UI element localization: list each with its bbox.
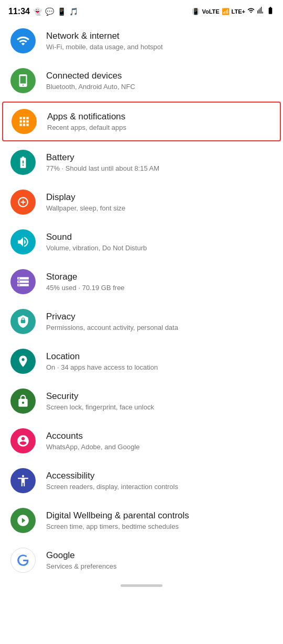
- display-text: Display Wallpaper, sleep, font size: [46, 192, 273, 213]
- vibrate-icon: 📳: [192, 8, 200, 15]
- connected-devices-subtitle: Bluetooth, Android Auto, NFC: [46, 83, 273, 92]
- digital-wellbeing-text: Digital Wellbeing & parental controls Sc…: [46, 510, 273, 531]
- google-subtitle: Services & preferences: [46, 562, 273, 571]
- location-icon: [16, 354, 30, 368]
- accounts-icon: [16, 434, 30, 448]
- apps-notifications-subtitle: Recent apps, default apps: [47, 124, 271, 132]
- settings-item-accessibility[interactable]: Accessibility Screen readers, display, i…: [0, 461, 283, 501]
- accounts-subtitle: WhatsApp, Adobe, and Google: [46, 443, 273, 452]
- sound-subtitle: Volume, vibration, Do Not Disturb: [46, 244, 273, 253]
- signal-bar2-icon: [257, 7, 264, 16]
- sound-icon-bg: [10, 229, 36, 254]
- settings-item-apps-notifications[interactable]: Apps & notifications Recent apps, defaul…: [2, 102, 281, 141]
- display-icon-bg: [10, 190, 36, 215]
- network-subtitle: Wi-Fi, mobile, data usage, and hotspot: [46, 43, 273, 52]
- digital-wellbeing-subtitle: Screen time, app timers, bedtime schedul…: [46, 523, 273, 531]
- display-subtitle: Wallpaper, sleep, font size: [46, 204, 273, 213]
- sound-title: Sound: [46, 231, 273, 243]
- display-title: Display: [46, 192, 273, 203]
- privacy-text: Privacy Permissions, account activity, p…: [46, 311, 273, 332]
- settings-item-security[interactable]: Security Screen lock, fingerprint, face …: [0, 381, 283, 421]
- snapchat-icon: 👻: [33, 7, 42, 16]
- sound-icon: [16, 235, 30, 249]
- google-text: Google Services & preferences: [46, 550, 273, 571]
- apps-notifications-title: Apps & notifications: [47, 111, 271, 123]
- accessibility-subtitle: Screen readers, display, interaction con…: [46, 483, 273, 492]
- location-text: Location On · 34 apps have access to loc…: [46, 351, 273, 372]
- security-title: Security: [46, 391, 273, 402]
- storage-text: Storage 45% used · 70.19 GB free: [46, 271, 273, 293]
- connected-devices-text: Connected devices Bluetooth, Android Aut…: [46, 70, 273, 92]
- status-right-icons: 📳 VoLTE 📶 LTE+: [192, 6, 275, 17]
- settings-item-network[interactable]: Network & internet Wi-Fi, mobile, data u…: [0, 21, 283, 61]
- digital-wellbeing-title: Digital Wellbeing & parental controls: [46, 510, 273, 521]
- shazam-icon: 🎵: [69, 7, 78, 16]
- battery-subtitle: 77% · Should last until about 8:15 AM: [46, 164, 273, 173]
- lte-icon: LTE+: [232, 8, 245, 15]
- scroll-indicator: [0, 580, 283, 589]
- wellbeing-icon: [16, 514, 30, 527]
- privacy-icon-bg: [10, 309, 36, 334]
- security-text: Security Screen lock, fingerprint, face …: [46, 391, 273, 412]
- settings-item-sound[interactable]: Sound Volume, vibration, Do Not Disturb: [0, 222, 283, 262]
- battery-icon: [16, 156, 30, 169]
- accessibility-title: Accessibility: [46, 470, 273, 482]
- accessibility-text: Accessibility Screen readers, display, i…: [46, 470, 273, 492]
- accounts-title: Accounts: [46, 430, 273, 442]
- settings-list: Network & internet Wi-Fi, mobile, data u…: [0, 21, 283, 580]
- network-text: Network & internet Wi-Fi, mobile, data u…: [46, 30, 273, 52]
- privacy-icon: [16, 315, 30, 328]
- accessibility-icon: [16, 474, 30, 487]
- settings-item-location[interactable]: Location On · 34 apps have access to loc…: [0, 341, 283, 381]
- accessibility-icon-bg: [10, 468, 36, 493]
- settings-item-battery[interactable]: Battery 77% · Should last until about 8:…: [0, 142, 283, 182]
- status-left: 11:34 👻 💬 📱 🎵: [8, 7, 78, 16]
- connected-devices-title: Connected devices: [46, 70, 273, 82]
- google-icon: [16, 553, 30, 567]
- network-icon-bg: [10, 28, 36, 53]
- status-bar: 11:34 👻 💬 📱 🎵 📳 VoLTE 📶 LTE+: [0, 0, 283, 21]
- accounts-icon-bg: [10, 428, 36, 453]
- signal-icon: VoLTE: [202, 8, 219, 15]
- storage-subtitle: 45% used · 70.19 GB free: [46, 284, 273, 293]
- phone-icon: 📱: [57, 7, 66, 16]
- location-icon-bg: [10, 349, 36, 374]
- settings-item-connected-devices[interactable]: Connected devices Bluetooth, Android Aut…: [0, 61, 283, 101]
- status-time: 11:34: [8, 7, 30, 16]
- security-icon: [16, 394, 30, 408]
- battery-title: Battery: [46, 152, 273, 163]
- google-title: Google: [46, 550, 273, 561]
- google-icon-bg: [10, 548, 36, 573]
- settings-item-display[interactable]: Display Wallpaper, sleep, font size: [0, 182, 283, 222]
- scroll-bar: [121, 584, 162, 587]
- wifi-signal-icon: 📶: [222, 8, 230, 15]
- storage-icon: [16, 275, 30, 288]
- settings-item-storage[interactable]: Storage 45% used · 70.19 GB free: [0, 262, 283, 302]
- security-icon-bg: [10, 388, 36, 414]
- display-icon: [16, 195, 30, 209]
- storage-icon-bg: [10, 269, 36, 294]
- digital-wellbeing-icon-bg: [10, 508, 36, 533]
- settings-item-privacy[interactable]: Privacy Permissions, account activity, p…: [0, 302, 283, 341]
- apps-notifications-text: Apps & notifications Recent apps, defaul…: [47, 111, 271, 132]
- apps-icon: [17, 115, 31, 128]
- privacy-title: Privacy: [46, 311, 273, 323]
- settings-item-digital-wellbeing[interactable]: Digital Wellbeing & parental controls Sc…: [0, 501, 283, 540]
- signal-bar1-icon: [247, 7, 255, 16]
- settings-item-google[interactable]: Google Services & preferences: [0, 540, 283, 580]
- battery-icon-bg: [10, 150, 36, 175]
- settings-item-accounts[interactable]: Accounts WhatsApp, Adobe, and Google: [0, 421, 283, 461]
- wifi-icon: [16, 34, 30, 48]
- sound-text: Sound Volume, vibration, Do Not Disturb: [46, 231, 273, 253]
- location-subtitle: On · 34 apps have access to location: [46, 363, 273, 372]
- messages-icon: 💬: [45, 7, 54, 16]
- security-subtitle: Screen lock, fingerprint, face unlock: [46, 403, 273, 412]
- location-title: Location: [46, 351, 273, 362]
- devices-icon: [16, 74, 30, 87]
- network-title: Network & internet: [46, 30, 273, 42]
- apps-notifications-icon-bg: [12, 109, 37, 134]
- connected-devices-icon-bg: [10, 68, 36, 93]
- battery-status-icon: [266, 6, 275, 17]
- battery-text: Battery 77% · Should last until about 8:…: [46, 152, 273, 173]
- accounts-text: Accounts WhatsApp, Adobe, and Google: [46, 430, 273, 452]
